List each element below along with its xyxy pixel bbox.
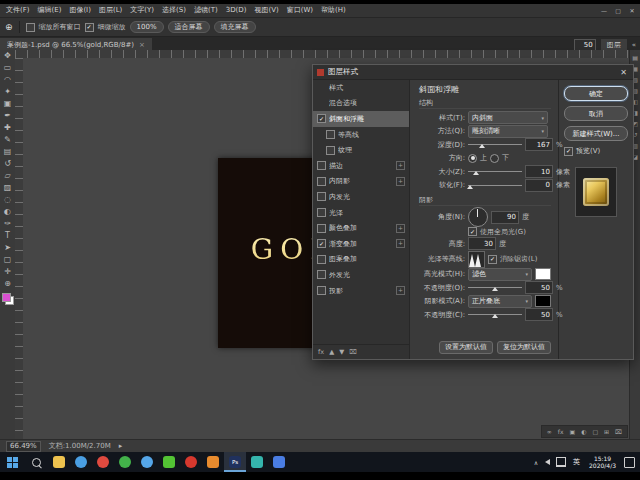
menu-item[interactable]: 文件(F) bbox=[2, 4, 34, 17]
altitude-value[interactable]: 30 bbox=[468, 237, 496, 250]
soften-slider[interactable] bbox=[468, 181, 522, 190]
global-light-checkbox[interactable] bbox=[468, 227, 477, 236]
taskbar-app-button[interactable]: Ps bbox=[224, 452, 246, 472]
soften-value[interactable]: 0 bbox=[525, 179, 553, 192]
highlight-opacity-value[interactable]: 50 bbox=[525, 281, 553, 294]
style-checkbox[interactable] bbox=[317, 208, 326, 217]
menu-item[interactable]: 图像(I) bbox=[65, 4, 95, 17]
network-icon[interactable] bbox=[556, 457, 566, 467]
maximize-icon[interactable]: ▢ bbox=[612, 5, 624, 17]
add-instance-icon[interactable]: + bbox=[396, 177, 405, 186]
taskbar-app-button[interactable] bbox=[114, 452, 136, 472]
styles-toolbar-icon[interactable]: ⌧ bbox=[349, 348, 357, 356]
menu-item[interactable]: 3D(D) bbox=[222, 4, 251, 17]
zoom-100-button[interactable]: 100% bbox=[130, 21, 164, 33]
tool-button[interactable]: ▱ bbox=[0, 170, 15, 182]
add-instance-icon[interactable]: + bbox=[396, 239, 405, 248]
tool-button[interactable]: ▭ bbox=[0, 62, 15, 74]
style-list-item[interactable]: 混合选项 + bbox=[313, 96, 409, 112]
new-style-button[interactable]: 新建样式(W)... bbox=[564, 126, 628, 141]
style-checkbox[interactable] bbox=[317, 114, 326, 123]
preview-checkbox[interactable] bbox=[564, 147, 573, 156]
style-checkbox[interactable] bbox=[317, 286, 326, 295]
angle-dial[interactable] bbox=[468, 207, 488, 227]
menu-item[interactable]: 文字(Y) bbox=[126, 4, 158, 17]
style-list-item[interactable]: 描边 + bbox=[313, 158, 409, 174]
tool-button[interactable]: ✒ bbox=[0, 110, 15, 122]
styles-toolbar-icon[interactable]: ▼ bbox=[339, 348, 344, 356]
style-list-item[interactable]: 内发光 + bbox=[313, 189, 409, 205]
depth-slider[interactable] bbox=[468, 140, 522, 149]
tool-button[interactable]: ▢ bbox=[0, 254, 15, 266]
size-slider[interactable] bbox=[468, 167, 522, 176]
tool-button[interactable]: ✚ bbox=[0, 122, 15, 134]
bevel-style-dropdown[interactable]: 内斜面▾ bbox=[468, 111, 548, 124]
taskbar-app-button[interactable] bbox=[180, 452, 202, 472]
taskbar-app-button[interactable] bbox=[268, 452, 290, 472]
style-checkbox[interactable] bbox=[317, 270, 326, 279]
cancel-button[interactable]: 取消 bbox=[564, 106, 628, 121]
add-instance-icon[interactable]: + bbox=[396, 224, 405, 233]
panel-icon[interactable]: ▤ bbox=[632, 52, 638, 63]
taskbar-app-button[interactable] bbox=[136, 452, 158, 472]
collapse-panels-icon[interactable]: « bbox=[632, 41, 636, 49]
style-checkbox[interactable] bbox=[317, 161, 326, 170]
zoom-level-field[interactable]: 66.49% bbox=[6, 441, 41, 452]
minimize-icon[interactable]: — bbox=[598, 5, 610, 17]
style-checkbox[interactable] bbox=[317, 224, 326, 233]
dialog-close-icon[interactable]: ✕ bbox=[618, 68, 629, 77]
shadow-color-swatch[interactable] bbox=[535, 295, 551, 307]
taskbar-app-button[interactable] bbox=[92, 452, 114, 472]
depth-value[interactable]: 167 bbox=[525, 138, 553, 151]
style-checkbox[interactable] bbox=[317, 177, 326, 186]
style-list-item[interactable]: 等高线 + bbox=[313, 127, 409, 143]
close-icon[interactable]: ✕ bbox=[626, 5, 638, 17]
tool-button[interactable]: ◌ bbox=[0, 194, 15, 206]
shadow-opacity-slider[interactable] bbox=[468, 310, 522, 319]
size-value[interactable]: 10 bbox=[525, 165, 553, 178]
taskbar-app-button[interactable] bbox=[202, 452, 224, 472]
highlight-color-swatch[interactable] bbox=[535, 268, 551, 280]
shadow-opacity-value[interactable]: 50 bbox=[525, 308, 553, 321]
menu-item[interactable]: 视图(V) bbox=[250, 4, 282, 17]
angle-value[interactable]: 90 bbox=[491, 211, 519, 224]
style-list-item[interactable]: 纹理 + bbox=[313, 142, 409, 158]
style-list-item[interactable]: 投影 + bbox=[313, 283, 409, 299]
taskbar-app-button[interactable] bbox=[158, 452, 180, 472]
layers-action-icon[interactable]: ∞ bbox=[547, 427, 552, 436]
tool-button[interactable]: ⊕ bbox=[0, 278, 15, 290]
fill-screen-button[interactable]: 填充屏幕 bbox=[214, 21, 256, 33]
tab-close-icon[interactable]: × bbox=[139, 41, 145, 49]
start-button[interactable] bbox=[0, 452, 24, 472]
style-checkbox[interactable] bbox=[317, 255, 326, 264]
style-list-item[interactable]: 光泽 + bbox=[313, 205, 409, 221]
style-checkbox[interactable] bbox=[326, 146, 335, 155]
highlight-opacity-slider[interactable] bbox=[468, 283, 522, 292]
style-list-item[interactable]: 图案叠加 + bbox=[313, 252, 409, 268]
resize-windows-checkbox[interactable] bbox=[26, 23, 35, 32]
hidden-icons-chevron[interactable]: ∧ bbox=[530, 459, 542, 466]
foreground-color-swatch[interactable] bbox=[2, 293, 11, 302]
technique-dropdown[interactable]: 雕刻清晰▾ bbox=[468, 125, 548, 138]
direction-down-radio[interactable] bbox=[490, 154, 499, 163]
tool-button[interactable]: ✛ bbox=[0, 266, 15, 278]
layers-action-icon[interactable]: ⌧ bbox=[615, 427, 622, 436]
tool-button[interactable]: ➤ bbox=[0, 242, 15, 254]
gloss-contour-thumbnail[interactable] bbox=[468, 251, 485, 268]
ime-indicator[interactable]: 英 bbox=[569, 457, 584, 467]
dialog-title-bar[interactable]: 图层样式 ✕ bbox=[313, 65, 633, 80]
tool-button[interactable]: ✥ bbox=[0, 50, 15, 62]
tool-button[interactable]: ▨ bbox=[0, 182, 15, 194]
menu-item[interactable]: 帮助(H) bbox=[317, 4, 350, 17]
tool-button[interactable]: ✎ bbox=[0, 134, 15, 146]
fit-screen-button[interactable]: 适合屏幕 bbox=[168, 21, 210, 33]
tool-button[interactable]: ◐ bbox=[0, 206, 15, 218]
style-list-item[interactable]: 斜面和浮雕 + bbox=[313, 111, 409, 127]
tool-button[interactable]: ↺ bbox=[0, 158, 15, 170]
menu-item[interactable]: 编辑(E) bbox=[34, 4, 66, 17]
menu-item[interactable]: 选择(S) bbox=[158, 4, 190, 17]
menu-item[interactable]: 窗口(W) bbox=[283, 4, 317, 17]
styles-toolbar-icon[interactable]: fx bbox=[318, 348, 324, 356]
tool-button[interactable]: ✑ bbox=[0, 218, 15, 230]
tool-button[interactable]: T bbox=[0, 230, 15, 242]
